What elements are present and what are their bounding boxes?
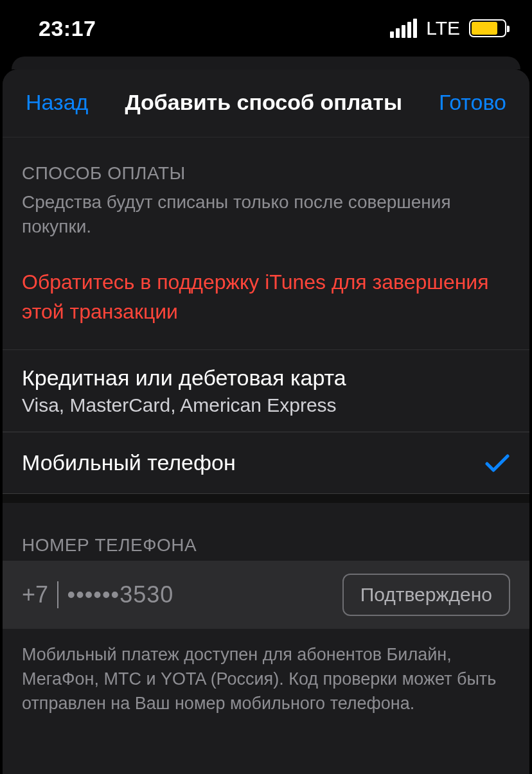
payment-method-subtitle: Средства будут списаны только после сове… (3, 189, 529, 245)
done-button[interactable]: Готово (435, 87, 510, 118)
payment-option-mobile[interactable]: Мобильный телефон (3, 432, 529, 494)
back-button[interactable]: Назад (22, 87, 92, 118)
error-message: Обратитесь в поддержку iTunes для заверш… (3, 245, 529, 351)
checkmark-icon (484, 452, 510, 474)
payment-option-card[interactable]: Кредитная или дебетовая карта Visa, Mast… (3, 350, 529, 432)
modal-sheet: Назад Добавить способ оплаты Готово СПОС… (3, 69, 529, 774)
phone-number-row[interactable]: +7 ••••••3530 Подтверждено (3, 561, 529, 629)
phone-number-header: НОМЕР ТЕЛЕФОНА (3, 503, 529, 561)
network-label: LTE (426, 17, 460, 39)
separator (57, 581, 58, 608)
background-sheet (12, 57, 520, 69)
verified-button[interactable]: Подтверждено (342, 574, 510, 616)
status-bar: 23:17 LTE (0, 0, 532, 57)
battery-icon (469, 19, 506, 37)
nav-bar: Назад Добавить способ оплаты Готово (3, 69, 529, 137)
phone-number-masked: ••••••3530 (67, 581, 333, 608)
status-time: 23:17 (39, 16, 96, 41)
card-option-subtitle: Visa, MasterCard, American Express (22, 394, 346, 416)
status-right: LTE (390, 17, 506, 39)
billing-header: ПОЛУЧАТЕЛЬ ВЫСТАВЛЕННОГО СЧЕТА (3, 723, 529, 774)
payment-method-header: СПОСОБ ОПЛАТЫ (3, 137, 529, 189)
card-option-title: Кредитная или дебетовая карта (22, 365, 346, 391)
country-code: +7 (22, 581, 48, 608)
mobile-option-title: Мобильный телефон (22, 450, 236, 475)
phone-note: Мобильный платеж доступен для абонентов … (3, 629, 529, 722)
page-title: Добавить способ оплаты (92, 90, 435, 115)
signal-bars-icon (390, 19, 417, 38)
